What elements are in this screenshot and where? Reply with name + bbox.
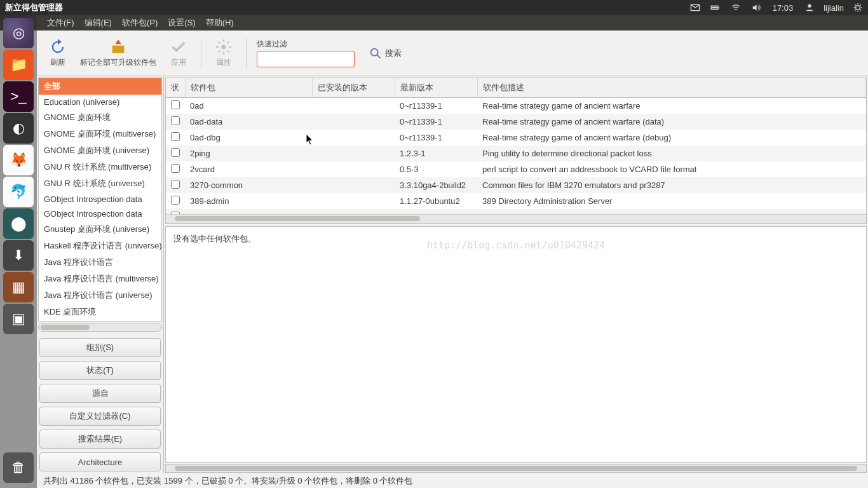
cell-desc: Common files for IBM 3270 emulators and … <box>477 177 866 193</box>
category-item[interactable]: Java 程序设计语言 (multiverse) <box>39 271 161 287</box>
col-desc[interactable]: 软件包描述 <box>477 78 866 98</box>
col-installed[interactable]: 已安装的版本 <box>312 78 395 98</box>
launcher-dash[interactable]: ◎ <box>3 18 34 48</box>
detail-empty-text: 没有选中任何软件包。 <box>173 234 256 243</box>
table-row[interactable]: 0ad-dbg0~r11339-1Real-time strategy game… <box>166 130 866 146</box>
clock[interactable]: 17:03 <box>766 3 800 13</box>
svg-rect-5 <box>112 46 125 53</box>
launcher-firefox[interactable]: 🦊 <box>3 145 34 175</box>
menu-edit[interactable]: 编辑(E) <box>79 17 117 29</box>
sidebar-filter-button[interactable]: 源自 <box>39 384 161 403</box>
table-row[interactable]: 3270-common3.3.10ga4-2build2Common files… <box>166 177 866 193</box>
package-checkbox[interactable] <box>171 132 180 141</box>
table-row[interactable]: 0ad-data0~r11339-1Real-time strategy gam… <box>166 114 866 130</box>
menu-settings[interactable]: 设置(S) <box>163 17 200 29</box>
filter-input[interactable] <box>257 51 355 67</box>
category-list[interactable]: 全部Education (universe)GNOME 桌面环境GNOME 桌面… <box>38 78 162 322</box>
category-item[interactable]: Java 程序设计语言 <box>39 254 161 271</box>
launcher-app3[interactable]: ▦ <box>3 272 34 302</box>
category-item[interactable]: 全部 <box>39 78 161 95</box>
package-checkbox[interactable] <box>171 180 180 189</box>
package-checkbox[interactable] <box>171 164 180 173</box>
package-table[interactable]: 状 软件包 已安装的版本 最新版本 软件包描述 0ad0~r11339-1Rea… <box>166 78 866 214</box>
table-row[interactable]: 389-admin1.1.27-0ubuntu2389 Directory Ad… <box>166 193 866 209</box>
user-name[interactable]: lijialin <box>820 3 848 13</box>
category-item[interactable]: GNOME 桌面环境 (universe) <box>39 142 161 159</box>
power-icon[interactable] <box>848 3 868 13</box>
category-item[interactable]: GObject Introspection data <box>39 192 161 207</box>
search-button[interactable]: 搜索 <box>369 46 402 60</box>
category-item[interactable]: Java 程序设计语言 (universe) <box>39 287 161 304</box>
category-item[interactable]: GNU R 统计系统 (multiverse) <box>39 159 161 175</box>
sidebar-filter-button[interactable]: 状态(T) <box>39 361 161 380</box>
cell-latest: 1.1.8-1~ubuntu4 <box>395 209 477 214</box>
menu-file[interactable]: 文件(F) <box>42 17 79 29</box>
table-row[interactable]: 389-admin-console1.1.8-1~ubuntu4389 admi… <box>166 209 866 214</box>
mark-upgrades-button[interactable]: 标记全部可升级软件包 <box>76 34 160 72</box>
cell-package: 389-admin <box>185 193 312 209</box>
cell-installed <box>312 161 395 177</box>
table-row[interactable]: 0ad0~r11339-1Real-time strategy game of … <box>166 98 866 114</box>
menu-package[interactable]: 软件包(P) <box>117 17 163 29</box>
package-checkbox[interactable] <box>171 148 180 157</box>
cell-package: 0ad-data <box>185 114 312 130</box>
svg-point-6 <box>222 45 226 50</box>
category-item[interactable]: Haskell 程序设计语言 (universe) <box>39 238 161 254</box>
mail-icon[interactable] <box>685 3 705 13</box>
sidebar-filter-button[interactable]: 组别(S) <box>39 338 161 357</box>
battery-icon[interactable] <box>705 3 726 13</box>
cell-installed <box>312 209 395 214</box>
sidebar-filter-button[interactable]: 自定义过滤器(C) <box>39 407 161 426</box>
menu-help[interactable]: 帮助(H) <box>201 17 239 29</box>
cell-desc: Real-time strategy game of ancient warfa… <box>477 98 866 114</box>
launcher-app2[interactable]: ⬇ <box>3 240 34 271</box>
right-pane: 状 软件包 已安装的版本 最新版本 软件包描述 0ad0~r11339-1Rea… <box>164 76 868 473</box>
launcher-workbench[interactable]: 🐬 <box>3 177 34 207</box>
category-item[interactable]: GNOME 桌面环境 (multiverse) <box>39 126 161 142</box>
cell-installed <box>312 98 395 114</box>
cell-desc: Real-time strategy game of ancient warfa… <box>477 114 866 130</box>
col-package[interactable]: 软件包 <box>185 78 312 98</box>
cell-latest: 0.5-3 <box>395 161 477 177</box>
launcher-workspace[interactable]: ▣ <box>3 304 34 334</box>
toolbar: 刷新 标记全部可升级软件包 应用 属性 快速过滤 搜索 <box>37 30 868 76</box>
user-icon[interactable] <box>799 3 820 13</box>
status-bar: 共列出 41186 个软件包，已安装 1599 个，已破损 0 个。将安装/升级… <box>37 473 868 488</box>
table-row[interactable]: 2ping1.2.3-1Ping utility to determine di… <box>166 146 866 161</box>
category-item[interactable]: GNU R 统计系统 (universe) <box>39 175 161 192</box>
sidebar-filter-button[interactable]: 搜索结果(E) <box>39 430 161 449</box>
col-latest[interactable]: 最新版本 <box>395 78 477 98</box>
mark-upgrades-label: 标记全部可升级软件包 <box>80 57 156 68</box>
filter-label: 快速过滤 <box>257 39 355 50</box>
category-item[interactable]: Education (universe) <box>39 95 161 109</box>
category-item[interactable]: KDE 桌面环境 <box>39 304 161 320</box>
launcher-files[interactable]: 📁 <box>3 50 34 80</box>
col-status[interactable]: 状 <box>166 78 185 98</box>
svg-rect-1 <box>718 7 719 9</box>
package-checkbox[interactable] <box>171 100 180 109</box>
category-item[interactable]: GNOME 桌面环境 <box>39 109 161 126</box>
top-panel: 新立得包管理器 17:03 lijialin <box>0 0 868 15</box>
sidebar-filter-button[interactable]: Architecture <box>39 452 161 471</box>
launcher-app1[interactable]: ⬤ <box>3 208 34 239</box>
cell-desc: 389 admin server management console <box>477 209 866 214</box>
package-checkbox[interactable] <box>171 196 180 205</box>
package-checkbox[interactable] <box>171 116 180 125</box>
svg-point-4 <box>856 6 860 10</box>
cell-latest: 0~r11339-1 <box>395 98 477 114</box>
detail-hscroll[interactable] <box>165 464 867 473</box>
reload-button[interactable]: 刷新 <box>42 34 74 72</box>
sidebar-hscroll[interactable] <box>38 323 162 332</box>
launcher-eclipse[interactable]: ◐ <box>3 113 34 144</box>
volume-icon[interactable] <box>746 3 766 13</box>
synaptic-window: 刷新 标记全部可升级软件包 应用 属性 快速过滤 搜索 全部Education … <box>37 30 868 488</box>
table-row[interactable]: 2vcard0.5-3perl script to convert an add… <box>166 161 866 177</box>
table-hscroll[interactable] <box>166 214 866 223</box>
launcher-terminal[interactable]: >_ <box>3 81 34 112</box>
launcher-trash[interactable]: 🗑 <box>3 452 34 483</box>
cell-package: 3270-common <box>185 177 312 193</box>
category-item[interactable]: Gnustep 桌面环境 (universe) <box>39 221 161 238</box>
wifi-icon[interactable] <box>726 3 746 13</box>
category-item[interactable]: GObject Introspection data <box>39 207 161 221</box>
cell-desc: Ping utility to determine directional pa… <box>477 146 866 161</box>
